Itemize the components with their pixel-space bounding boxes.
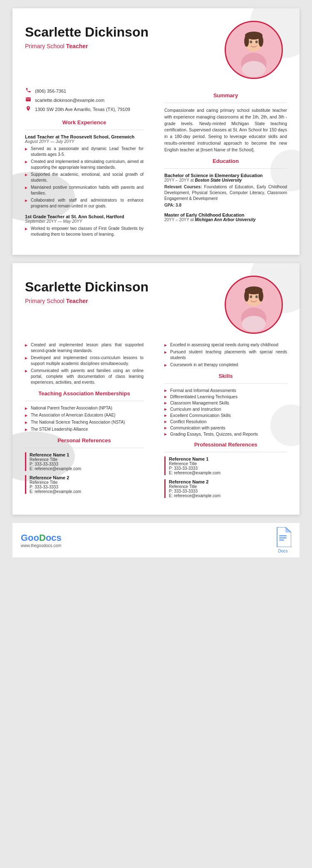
job-1-bullet-1: Served as a passionate and dynamic Lead … (25, 146, 144, 158)
personal-ref-2-email: E: reference@example.com (30, 489, 144, 494)
skills-divider (164, 383, 287, 384)
header-text-p2: Scarlette Dickinson Primary School Teach… (25, 276, 216, 304)
job-1-bullet-4: Maintained positive communication habits… (25, 185, 144, 196)
professional-ref-1-title: Reference Title (169, 461, 287, 466)
docs-label: Docs (275, 549, 291, 553)
left-column-p1: (806) 356-7361 scarlette.dickinson@examp… (25, 87, 152, 242)
job-entry-2: 1st Grade Teacher at St. Ann School, Har… (25, 214, 144, 237)
skills-heading: Skills (164, 373, 287, 379)
job-1-title: Lead Teacher at The Roosevelt School, Gr… (25, 134, 144, 139)
job-2-bullets: Worked to empower two classes of First G… (25, 226, 144, 237)
edu-2-degree: Master of Early Childhood Education (164, 212, 287, 217)
svg-point-13 (255, 296, 258, 298)
p2-left-bullets: Created and implemented lesson plans tha… (25, 342, 144, 385)
work-experience-heading: Work Experience (25, 119, 144, 126)
job-title-p2: Primary School Teacher (25, 298, 216, 304)
brand-d: D (39, 533, 46, 543)
personal-ref-1-name: Reference Name 1 (30, 452, 144, 457)
summary-heading: Summary (164, 92, 287, 99)
memberships-heading: Teaching Association Memberships (25, 390, 144, 397)
edu-1-gpa: GPA: 3.8 (164, 203, 287, 207)
header-section: Scarlette Dickinson Primary School Teach… (12, 8, 300, 87)
resume-page-2: Scarlette Dickinson Primary School Teach… (12, 263, 300, 515)
professional-ref-2: Reference Name 2 Reference Title P: 333-… (164, 479, 287, 498)
skill-2: Differentiated Learning Techniques (164, 394, 287, 399)
job-title-bold: Teacher (66, 43, 88, 49)
phone-icon (25, 87, 32, 94)
job-title-normal: Primary School (25, 43, 66, 49)
svg-rect-18 (279, 535, 287, 536)
skill-3: Classroom Management Skills (164, 400, 287, 405)
brand-left: GooDocs www.thegoodocs.com (21, 533, 62, 548)
skill-7: Communication with parents (164, 425, 287, 430)
email-icon (25, 96, 32, 104)
summary-text: Compassionate and caring primary school … (164, 107, 287, 153)
personal-ref-2-name: Reference Name 2 (30, 475, 144, 480)
membership-2: The Association of American Educators (A… (25, 412, 144, 418)
professional-refs-divider (164, 452, 287, 452)
phone-contact: (806) 356-7361 (25, 87, 144, 94)
candidate-name-p2: Scarlette Dickinson (25, 280, 216, 294)
brand-goo: Goo (21, 533, 39, 543)
edu-divider (164, 168, 287, 169)
personal-ref-2: Reference Name 2 Reference Title P: 333-… (25, 475, 144, 494)
personal-ref-1-phone: P: 333-33-3333 (30, 462, 144, 466)
p2-right-bullets: Excelled in assessing special needs duri… (164, 342, 287, 368)
profile-photo (225, 21, 283, 79)
professional-ref-2-email: E: reference@example.com (169, 493, 287, 498)
svg-point-12 (250, 296, 252, 298)
professional-ref-2-name: Reference Name 2 (169, 479, 287, 484)
candidate-name: Scarlette Dickinson (25, 25, 216, 39)
professional-ref-1-name: Reference Name 1 (169, 456, 287, 461)
p2-left-bullet-3: Communicated with parents and families u… (25, 368, 144, 385)
personal-ref-1: Reference Name 1 Reference Title P: 333-… (25, 452, 144, 471)
personal-refs-divider (25, 448, 144, 448)
brand-ocs: ocs (46, 533, 62, 543)
svg-point-15 (244, 291, 249, 302)
svg-point-6 (244, 36, 249, 47)
membership-1: National Parent Teacher Association (NPT… (25, 405, 144, 411)
edu-entry-1: Bachelor of Science in Elementary Educat… (164, 173, 287, 207)
p2-right-bullet-1: Excelled in assessing special needs duri… (164, 342, 287, 348)
professional-ref-2-phone: P: 333-33-3333 (169, 489, 287, 493)
svg-point-3 (250, 41, 252, 44)
brand-logo: GooDocs (21, 533, 62, 543)
profile-photo-p2 (225, 276, 283, 334)
professional-ref-1-email: E: reference@example.com (169, 471, 287, 475)
right-column-p2: Excelled in assessing special needs duri… (160, 342, 287, 502)
skills-list: Formal and Informal Assessments Differen… (164, 388, 287, 436)
resume-page-1: Scarlette Dickinson Primary School Teach… (12, 8, 300, 255)
professional-ref-1: Reference Name 1 Reference Title P: 333-… (164, 456, 287, 475)
personal-ref-2-title: Reference Title (30, 480, 144, 485)
header-text: Scarlette Dickinson Primary School Teach… (25, 21, 216, 49)
docs-file-icon (275, 527, 291, 547)
location-icon (25, 106, 32, 113)
personal-ref-1-email: E: reference@example.com (30, 466, 144, 471)
job-entry-1: Lead Teacher at The Roosevelt School, Gr… (25, 134, 144, 209)
personal-ref-1-title: Reference Title (30, 457, 144, 462)
personal-ref-2-phone: P: 333-33-3333 (30, 485, 144, 489)
two-col-body-p1: (806) 356-7361 scarlette.dickinson@examp… (12, 87, 300, 255)
summary-divider (164, 103, 287, 103)
membership-3: The National Science Teaching Associatio… (25, 419, 144, 425)
contact-section: (806) 356-7361 scarlette.dickinson@examp… (25, 87, 144, 113)
work-divider (25, 130, 144, 130)
photo-container-p2 (225, 276, 287, 338)
p2-right-bullet-3: Coursework in art therapy completed (164, 362, 287, 368)
professional-refs-heading: Professional References (164, 441, 287, 448)
edu-1-degree: Bachelor of Science in Elementary Educat… (164, 173, 287, 178)
address-contact: 1300 SW 20th Ave Amarillo, Texas (TX), 7… (25, 106, 144, 113)
header-section-p2: Scarlette Dickinson Primary School Teach… (12, 263, 300, 342)
education-heading: Education (164, 158, 287, 164)
edu-entry-2: Master of Early Childhood Education 20YY… (164, 212, 287, 222)
address-value: 1300 SW 20th Ave Amarillo, Texas (TX), 7… (35, 107, 130, 112)
memberships-list: National Parent Teacher Association (NPT… (25, 405, 144, 432)
photo-container (225, 21, 287, 83)
job-1-bullet-3: Supported the academic, emotional, and s… (25, 172, 144, 183)
edu-2-date: 20YY – 20YY at Michigan Ann Arbor Univer… (164, 217, 287, 222)
professional-ref-2-title: Reference Title (169, 484, 287, 489)
svg-point-8 (242, 61, 265, 77)
skill-8: Grading Essays, Tests, Quizzes, and Repo… (164, 432, 287, 436)
edu-1-courses: Relevant Courses: Foundations of Educati… (164, 184, 287, 202)
job-2-title: 1st Grade Teacher at St. Ann School, Har… (25, 214, 144, 219)
